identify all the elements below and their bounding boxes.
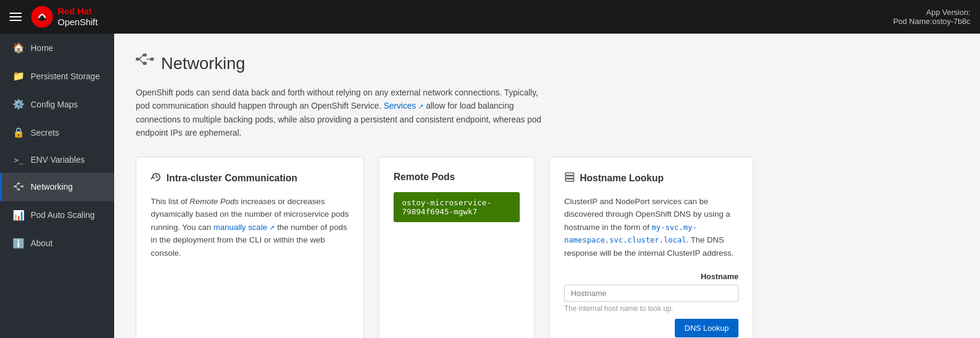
body-prefix: This list of [151, 197, 190, 206]
sidebar-item-about[interactable]: ℹ️ About [0, 229, 114, 258]
scaling-icon: 📊 [13, 210, 25, 221]
svg-rect-9 [143, 53, 147, 56]
sidebar-label-pod-auto-scaling: Pod Auto Scaling [31, 210, 95, 220]
remote-pods-list: ostoy-microservice-79894f6945-mgwk7 [394, 192, 520, 222]
sidebar-item-pod-auto-scaling[interactable]: 📊 Pod Auto Scaling [0, 201, 114, 229]
intra-cluster-card-title: Intra-cluster Communication [151, 172, 349, 186]
sync-icon [151, 172, 162, 186]
topbar: Red Hat OpenShift App Version: Pod Name:… [0, 0, 980, 34]
svg-rect-2 [17, 183, 20, 184]
sidebar-item-home[interactable]: 🏠 Home [0, 34, 114, 62]
lock-icon: 🔒 [13, 127, 25, 138]
redhat-logo [31, 6, 53, 28]
brand: Red Hat OpenShift [31, 6, 98, 28]
sidebar-label-networking: Networking [31, 182, 73, 192]
svg-rect-4 [21, 186, 23, 187]
hostname-lookup-title-text: Hostname Lookup [580, 173, 664, 184]
network-icon [13, 181, 25, 193]
manually-scale-link[interactable]: manually scale ↗ [213, 223, 275, 232]
hostname-input[interactable] [564, 285, 738, 302]
sidebar-item-secrets[interactable]: 🔒 Secrets [0, 118, 114, 146]
intra-cluster-title-text: Intra-cluster Communication [166, 173, 297, 184]
svg-rect-17 [565, 173, 574, 175]
terminal-icon: >_ [13, 155, 25, 164]
sidebar-label-persistent-storage: Persistent Storage [31, 71, 100, 81]
svg-rect-19 [565, 179, 574, 181]
pod-badge: ostoy-microservice-79894f6945-mgwk7 [394, 192, 520, 222]
sidebar-item-config-maps[interactable]: ⚙️ Config Maps [0, 90, 114, 118]
svg-rect-11 [150, 58, 154, 61]
sidebar-label-home: Home [31, 43, 53, 53]
cards-row: Intra-cluster Communication This list of… [136, 157, 958, 338]
hostname-label: Hostname [564, 272, 738, 281]
sidebar-item-env-variables[interactable]: >_ ENV Variables [0, 146, 114, 173]
svg-rect-1 [14, 186, 16, 187]
brand-red: Red Hat [58, 6, 98, 17]
intra-cluster-body: This list of Remote Pods increases or de… [151, 195, 349, 260]
svg-rect-18 [565, 176, 574, 178]
remote-pods-card: Remote Pods ostoy-microservice-79894f694… [379, 157, 535, 338]
svg-rect-10 [143, 62, 147, 65]
hamburger-menu[interactable] [10, 13, 22, 21]
sidebar-label-secrets: Secrets [31, 128, 59, 137]
folder-icon: 📁 [13, 70, 25, 82]
sidebar-label-about: About [31, 238, 53, 248]
pod-name-badge: ostoy-microservice-79894f6945-mgwk7 [402, 198, 492, 216]
app-body: 🏠 Home 📁 Persistent Storage ⚙️ Config Ma… [0, 34, 980, 338]
remote-pods-title-text: Remote Pods [394, 172, 455, 183]
services-link[interactable]: Services ↗ [384, 101, 426, 110]
hostname-hint: The internal host name to look up. [564, 304, 738, 313]
gear-icon: ⚙️ [13, 98, 25, 110]
page-title: Networking [161, 54, 245, 73]
info-icon: ℹ️ [13, 238, 25, 249]
intro-paragraph: OpenShift pods can send data back and fo… [136, 86, 544, 140]
hostname-lookup-card: Hostname Lookup ClusterIP and NodePort s… [549, 157, 753, 338]
remote-pods-card-title: Remote Pods [394, 172, 520, 183]
main-content: Networking OpenShift pods can send data … [114, 34, 980, 338]
brand-text: Red Hat OpenShift [58, 6, 98, 28]
dns-lookup-button[interactable]: DNS Lookup [675, 319, 738, 337]
intra-cluster-card: Intra-cluster Communication This list of… [136, 157, 364, 338]
hostname-lookup-card-title: Hostname Lookup [564, 172, 738, 186]
sidebar-item-persistent-storage[interactable]: 📁 Persistent Storage [0, 62, 114, 90]
database-icon [564, 172, 575, 186]
sidebar-item-networking[interactable]: Networking [0, 173, 114, 201]
svg-rect-3 [17, 189, 20, 190]
sidebar-label-config-maps: Config Maps [31, 100, 78, 109]
sidebar-label-env-variables: ENV Variables [31, 155, 85, 164]
topbar-right: App Version: Pod Name:ostoy-7b8c [893, 8, 970, 26]
sidebar: 🏠 Home 📁 Persistent Storage ⚙️ Config Ma… [0, 34, 114, 338]
brand-name: OpenShift [58, 17, 98, 28]
home-icon: 🏠 [13, 42, 25, 53]
app-version-label: App Version: [893, 8, 970, 17]
hostname-lookup-body: ClusterIP and NodePort services can be d… [564, 195, 738, 260]
page-header-icon [136, 53, 154, 74]
hostname-body-text: ClusterIP and NodePort services can be d… [564, 197, 730, 232]
pod-name: Pod Name:ostoy-7b8c [893, 17, 970, 26]
remote-pods-italic: Remote Pods [190, 197, 239, 206]
svg-line-12 [139, 55, 143, 59]
svg-line-5 [16, 183, 17, 186]
svg-line-6 [16, 186, 17, 189]
hostname-lookup-section: Hostname The internal host name to look … [564, 272, 738, 337]
svg-line-13 [139, 59, 143, 64]
svg-rect-8 [136, 58, 139, 61]
topbar-left: Red Hat OpenShift [10, 6, 98, 28]
page-header: Networking [136, 53, 958, 74]
